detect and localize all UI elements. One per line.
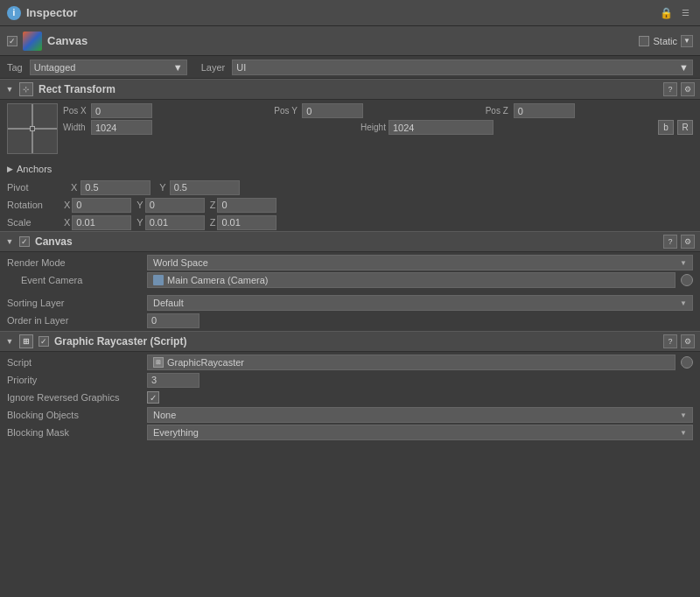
object-active-checkbox[interactable] bbox=[7, 36, 18, 46]
ignore-reversed-label: Ignore Reversed Graphics bbox=[7, 392, 147, 403]
scale-fields: X 0.01 Y 0.01 Z 0.01 bbox=[64, 215, 276, 230]
scale-z-axis: Z bbox=[210, 217, 216, 228]
rotation-y-input[interactable]: 0 bbox=[145, 198, 205, 213]
canvas-enable-checkbox[interactable] bbox=[19, 236, 30, 247]
rect-transform-title: Rect Transform bbox=[38, 83, 658, 95]
blocking-objects-value: None ▼ bbox=[147, 407, 693, 423]
script-text: GraphicRaycaster bbox=[167, 357, 244, 368]
layer-label: Layer bbox=[201, 62, 226, 73]
object-name: Canvas bbox=[47, 34, 634, 47]
width-input[interactable]: 1024 bbox=[91, 120, 152, 135]
pos-z-value: 0 bbox=[518, 106, 523, 116]
graphic-raycaster-icon: ⊞ bbox=[19, 334, 33, 348]
menu-icon[interactable]: ☰ bbox=[677, 5, 693, 21]
scale-z-input[interactable]: 0.01 bbox=[217, 215, 276, 230]
width-label: Width bbox=[63, 123, 89, 132]
sorting-layer-text: Default bbox=[153, 298, 184, 308]
rotation-x-input[interactable]: 0 bbox=[72, 198, 131, 213]
scale-y-axis: Y bbox=[136, 217, 143, 228]
rect-transform-actions: ? ⚙ bbox=[663, 82, 695, 96]
object-icon bbox=[23, 32, 42, 51]
rotation-x-value: 0 bbox=[76, 200, 81, 210]
blocking-mask-value: Everything ▼ bbox=[147, 425, 693, 440]
anchors-toggle[interactable]: ▶ bbox=[7, 165, 13, 173]
static-checkbox[interactable] bbox=[639, 36, 649, 46]
pos-z-label: Pos Z bbox=[486, 106, 512, 116]
tag-dropdown[interactable]: Untagged ▼ bbox=[30, 60, 187, 75]
object-header: Canvas Static ▼ bbox=[0, 26, 700, 56]
header-title: Inspector bbox=[26, 6, 658, 19]
static-dropdown-arrow[interactable]: ▼ bbox=[681, 35, 693, 47]
order-in-layer-input[interactable]: 0 bbox=[147, 313, 200, 328]
height-label: Height bbox=[360, 123, 387, 132]
order-in-layer-text: 0 bbox=[151, 315, 157, 326]
script-field[interactable]: ⊞ GraphicRaycaster bbox=[147, 355, 676, 370]
rotation-z-input[interactable]: 0 bbox=[217, 198, 276, 213]
inspector-icon: i bbox=[7, 6, 21, 20]
tag-dropdown-arrow: ▼ bbox=[173, 62, 183, 73]
script-picker-btn[interactable] bbox=[681, 356, 693, 369]
rect-transform-icon: ⊹ bbox=[19, 82, 33, 96]
pivot-fields: X 0.5 Y 0.5 bbox=[71, 180, 240, 195]
blocking-objects-arrow: ▼ bbox=[680, 411, 687, 419]
canvas-gear-btn[interactable]: ⚙ bbox=[681, 235, 695, 249]
height-input[interactable]: 1024 bbox=[388, 120, 494, 135]
pos-x-input[interactable]: 0 bbox=[91, 103, 152, 118]
pivot-y-axis: Y bbox=[159, 182, 165, 193]
rect-transform-area: Pos X 0 Pos Y 0 Pos Z 0 Width bbox=[0, 100, 700, 159]
canvas-actions: ? ⚙ bbox=[663, 235, 695, 249]
ignore-reversed-checkbox[interactable] bbox=[147, 391, 159, 404]
graphic-raycaster-gear-btn[interactable]: ⚙ bbox=[681, 334, 695, 348]
script-label: Script bbox=[7, 357, 147, 368]
render-mode-dropdown[interactable]: World Space ▼ bbox=[147, 255, 693, 270]
rotation-z-axis: Z bbox=[210, 200, 216, 210]
canvas-toggle[interactable]: ▼ bbox=[5, 237, 14, 246]
rect-transform-help-btn[interactable]: ? bbox=[663, 82, 677, 96]
layer-dropdown[interactable]: UI ▼ bbox=[232, 60, 693, 75]
render-mode-value: World Space ▼ bbox=[147, 255, 693, 270]
layer-dropdown-arrow: ▼ bbox=[679, 62, 689, 73]
scale-y-input[interactable]: 0.01 bbox=[145, 215, 205, 230]
event-camera-label: Event Camera bbox=[7, 275, 147, 285]
rotation-x-axis: X bbox=[64, 200, 70, 210]
sorting-layer-label: Sorting Layer bbox=[7, 298, 147, 308]
rotation-y-value: 0 bbox=[150, 200, 155, 210]
script-icon: ⊞ bbox=[153, 357, 164, 368]
blocking-mask-dropdown[interactable]: Everything ▼ bbox=[147, 425, 693, 440]
rotation-fields: X 0 Y 0 Z 0 bbox=[64, 198, 276, 213]
rt-size-row: Width 1024 Height 1024 b R bbox=[63, 120, 693, 135]
scale-row: Scale X 0.01 Y 0.01 Z 0.01 bbox=[0, 214, 700, 231]
graphic-raycaster-toggle[interactable]: ▼ bbox=[5, 337, 14, 346]
sorting-layer-dropdown[interactable]: Default ▼ bbox=[147, 295, 693, 311]
priority-input[interactable]: 3 bbox=[147, 373, 200, 388]
rect-transform-gear-btn[interactable]: ⚙ bbox=[681, 82, 695, 96]
anchors-row: ▶ Anchors bbox=[0, 159, 700, 179]
pivot-x-value: 0.5 bbox=[85, 182, 98, 193]
tag-label: Tag bbox=[7, 62, 23, 73]
graphic-raycaster-help-btn[interactable]: ? bbox=[663, 334, 677, 348]
scale-x-axis: X bbox=[64, 217, 70, 228]
ignore-reversed-value bbox=[147, 391, 693, 404]
canvas-help-btn[interactable]: ? bbox=[663, 235, 677, 249]
lock-icon[interactable]: 🔒 bbox=[658, 5, 674, 21]
pivot-x-input[interactable]: 0.5 bbox=[80, 180, 150, 195]
event-camera-field[interactable]: Main Camera (Camera) bbox=[147, 272, 676, 288]
pos-z-input[interactable]: 0 bbox=[514, 103, 575, 118]
event-camera-picker-btn[interactable] bbox=[681, 274, 693, 286]
pos-y-input[interactable]: 0 bbox=[302, 103, 363, 118]
blocking-mask-arrow: ▼ bbox=[680, 429, 687, 437]
r-button[interactable]: R bbox=[677, 120, 693, 135]
b-button[interactable]: b bbox=[658, 120, 674, 135]
event-camera-value: Main Camera (Camera) bbox=[147, 272, 693, 288]
pivot-y-value: 0.5 bbox=[174, 182, 187, 193]
scale-x-input[interactable]: 0.01 bbox=[72, 215, 131, 230]
pivot-y-input[interactable]: 0.5 bbox=[170, 180, 240, 195]
rect-transform-toggle[interactable]: ▼ bbox=[5, 85, 14, 94]
blocking-objects-dropdown[interactable]: None ▼ bbox=[147, 407, 693, 423]
scale-label: Scale bbox=[7, 217, 64, 228]
inspector-panel: i Inspector 🔒 ☰ Canvas Static ▼ Tag Unta… bbox=[0, 0, 700, 597]
event-camera-row: Event Camera Main Camera (Camera) bbox=[0, 271, 700, 289]
graphic-raycaster-enable-checkbox[interactable] bbox=[38, 336, 49, 347]
graphic-raycaster-actions: ? ⚙ bbox=[663, 334, 695, 348]
tag-value: Untagged bbox=[34, 62, 76, 73]
